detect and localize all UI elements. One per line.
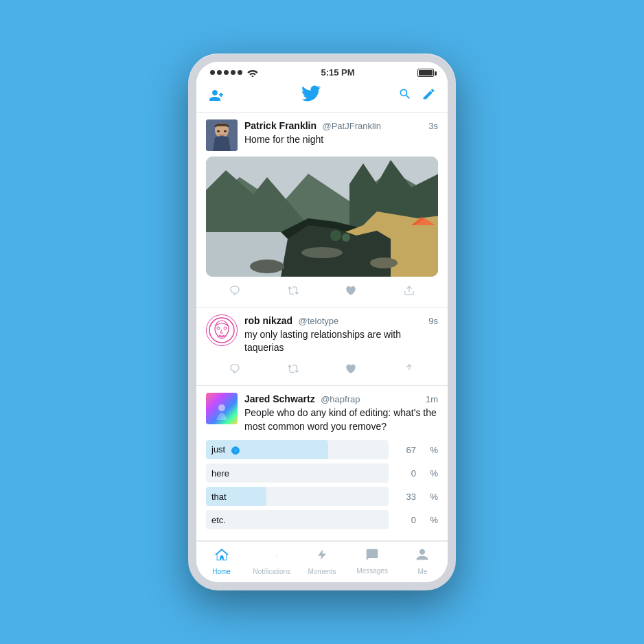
tab-me[interactable]: Me <box>402 547 443 575</box>
tweet-2-name-row: rob nikzad @telotype 9s <box>244 314 438 327</box>
tweet-2-retweet-button[interactable] <box>281 362 306 378</box>
poll-option-3-label: that <box>211 492 227 502</box>
poll-percent-1: 67 <box>394 445 416 455</box>
svg-point-18 <box>250 260 284 273</box>
poll-option-4-bar: etc. <box>206 510 389 529</box>
tweet-1-text: Home for the night <box>244 133 438 147</box>
tab-me-label: Me <box>417 568 427 575</box>
tab-moments[interactable]: Moments <box>301 547 343 575</box>
poll-option-1-bar: just <box>206 440 389 459</box>
phone-frame: 5:15 PM <box>188 54 456 590</box>
poll-option-4[interactable]: etc. 0% <box>206 510 438 529</box>
tweet-2-meta: rob nikzad @telotype 9s my only lasting … <box>244 314 438 355</box>
tab-notifications-label: Notifications <box>253 568 290 575</box>
wifi-icon <box>247 69 258 77</box>
tweet-1-name: Patrick Franklin @PatJFranklin <box>244 119 381 132</box>
me-icon <box>415 547 429 566</box>
tweet-2-avatar[interactable] <box>206 314 238 346</box>
tweet-1-header: Patrick Franklin @PatJFranklin 3s Home f… <box>206 119 438 151</box>
status-time: 5:15 PM <box>321 67 354 78</box>
twitter-logo <box>301 85 321 106</box>
tweet-3-name: Jared Schwartz @hapfrap <box>244 393 360 405</box>
tweet-3-meta: Jared Schwartz @hapfrap 1m People who do… <box>244 393 438 433</box>
signal-area <box>210 69 258 77</box>
tweet-1-meta: Patrick Franklin @PatJFranklin 3s Home f… <box>244 119 438 147</box>
tab-notifications[interactable]: Notifications <box>251 547 292 575</box>
tweet-2-message-button[interactable] <box>397 362 422 378</box>
tweet-1-actions <box>206 279 438 300</box>
battery-area <box>417 69 434 77</box>
tweet-3-text: People who do any kind of editing: what'… <box>244 406 438 433</box>
svg-point-15 <box>301 247 343 258</box>
poll-percent-3: 33 <box>394 492 416 502</box>
poll-option-4-label: etc. <box>211 515 226 525</box>
tweet-3-avatar[interactable] <box>206 393 238 424</box>
home-icon <box>214 547 229 566</box>
notifications-icon <box>265 547 279 566</box>
signal-dot-5 <box>238 70 242 75</box>
signal-dot-1 <box>210 70 215 75</box>
tweet-1-name-row: Patrick Franklin @PatJFranklin 3s <box>244 119 438 132</box>
poll-option-3[interactable]: that 33% <box>206 487 438 506</box>
tweet-2-like-button[interactable] <box>338 362 363 378</box>
tweet-2-header: rob nikzad @telotype 9s my only lasting … <box>206 314 438 355</box>
poll-percent-4: 0 <box>394 515 416 525</box>
poll-option-1-label: just <box>211 444 240 455</box>
poll-option-3-bar: that <box>206 487 389 506</box>
search-button[interactable] <box>398 87 412 104</box>
phone-screen: 5:15 PM <box>196 62 448 582</box>
tweet-1-image[interactable] <box>206 157 438 277</box>
tweet-3-time: 1m <box>426 394 438 404</box>
tweet-1-time: 3s <box>428 121 438 131</box>
status-bar: 5:15 PM <box>196 62 448 81</box>
svg-point-6 <box>224 130 227 132</box>
tweet-1-like-button[interactable] <box>338 284 363 300</box>
tweet-1: Patrick Franklin @PatJFranklin 3s Home f… <box>196 113 448 308</box>
tab-messages[interactable]: Messages <box>352 548 393 575</box>
signal-dot-4 <box>231 70 235 75</box>
svg-point-20 <box>330 230 341 241</box>
top-nav <box>196 81 448 113</box>
poll-option-2-bar: here <box>206 463 389 483</box>
svg-point-19 <box>370 257 398 268</box>
signal-dot-2 <box>217 70 222 75</box>
tweet-1-reply-button[interactable] <box>222 284 247 300</box>
tweet-2: rob nikzad @telotype 9s my only lasting … <box>196 308 448 386</box>
tweet-3-header: Jared Schwartz @hapfrap 1m People who do… <box>206 393 438 433</box>
tweet-2-actions <box>206 358 438 378</box>
nav-right-icons <box>398 87 437 104</box>
tweet-1-message-button[interactable] <box>397 284 422 300</box>
tab-home[interactable]: Home <box>201 547 242 575</box>
moments-icon <box>316 547 328 566</box>
svg-point-0 <box>252 76 254 77</box>
tweet-3-name-row: Jared Schwartz @hapfrap 1m <box>244 393 438 405</box>
tweet-list: Patrick Franklin @PatJFranklin 3s Home f… <box>196 113 448 541</box>
tweet-1-avatar[interactable] <box>206 119 238 151</box>
svg-point-5 <box>217 130 220 132</box>
battery-fill <box>419 70 433 76</box>
tweet-2-text: my only lasting relationships are with t… <box>244 328 438 355</box>
svg-point-25 <box>224 327 227 330</box>
tweet-2-name: rob nikzad @telotype <box>244 314 338 327</box>
poll-option-2-label: here <box>211 468 229 479</box>
tab-home-label: Home <box>212 568 231 575</box>
svg-rect-1 <box>423 98 426 99</box>
tweet-3-poll: just 67% <box>206 440 438 529</box>
poll-percent-2: 0 <box>394 468 416 479</box>
tweet-3: Jared Schwartz @hapfrap 1m People who do… <box>196 386 448 541</box>
poll-option-1[interactable]: just 67% <box>206 440 438 459</box>
poll-option-2[interactable]: here 0% <box>206 463 438 483</box>
compose-button[interactable] <box>422 87 437 104</box>
svg-point-24 <box>217 327 220 330</box>
tweet-1-retweet-button[interactable] <box>281 284 306 300</box>
landscape-photo <box>206 157 438 277</box>
svg-point-21 <box>342 233 350 242</box>
signal-dot-3 <box>224 70 229 75</box>
tab-moments-label: Moments <box>308 568 336 575</box>
add-user-button[interactable] <box>207 87 224 104</box>
messages-icon <box>365 548 380 566</box>
battery-icon <box>417 69 434 77</box>
tab-messages-label: Messages <box>356 567 388 575</box>
tab-bar: Home Notifications Moments <box>196 541 448 582</box>
tweet-2-reply-button[interactable] <box>222 362 247 378</box>
